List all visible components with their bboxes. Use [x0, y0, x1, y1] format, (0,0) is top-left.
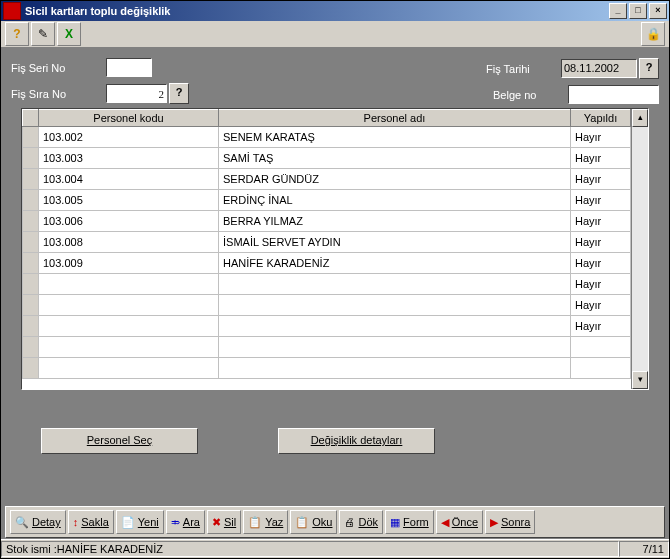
edit-icon[interactable]: ✎: [31, 22, 55, 46]
cell-code[interactable]: [39, 274, 219, 295]
cell-done[interactable]: Hayır: [571, 295, 631, 316]
col-personel-adi[interactable]: Personel adı: [219, 110, 571, 127]
form-icon: ▦: [390, 516, 400, 529]
sil-button[interactable]: ✖Sil: [207, 510, 241, 534]
cell-name[interactable]: [219, 295, 571, 316]
fis-tarihi-help-button[interactable]: ?: [639, 58, 659, 79]
minimize-button[interactable]: _: [609, 3, 627, 19]
ara-button[interactable]: ⤃Ara: [166, 510, 205, 534]
row-header: [23, 148, 39, 169]
table-row[interactable]: [23, 358, 631, 379]
cell-code[interactable]: 103.002: [39, 127, 219, 148]
cell-done[interactable]: Hayır: [571, 253, 631, 274]
bottom-toolbar: 🔍Detay ↕Sakla 📄Yeni ⤃Ara ✖Sil 📋Yaz 📋Oku …: [5, 506, 665, 538]
cell-done[interactable]: Hayır: [571, 211, 631, 232]
row-header: [23, 358, 39, 379]
row-header: [23, 295, 39, 316]
cell-name[interactable]: [219, 337, 571, 358]
delete-icon: ✖: [212, 516, 221, 529]
belge-no-input[interactable]: [568, 85, 659, 104]
cell-done[interactable]: Hayır: [571, 169, 631, 190]
cell-name[interactable]: SENEM KARATAŞ: [219, 127, 571, 148]
table-row[interactable]: 103.006BERRA YILMAZHayır: [23, 211, 631, 232]
cell-code[interactable]: [39, 295, 219, 316]
table-row[interactable]: 103.009HANİFE KARADENİZHayır: [23, 253, 631, 274]
cell-name[interactable]: SAMİ TAŞ: [219, 148, 571, 169]
detay-button[interactable]: 🔍Detay: [10, 510, 66, 534]
cell-name[interactable]: İSMAİL SERVET AYDIN: [219, 232, 571, 253]
cell-name[interactable]: [219, 316, 571, 337]
table-row[interactable]: Hayır: [23, 316, 631, 337]
cell-code[interactable]: [39, 316, 219, 337]
cell-done[interactable]: Hayır: [571, 232, 631, 253]
table-row[interactable]: 103.004SERDAR GÜNDÜZHayır: [23, 169, 631, 190]
scroll-down-button[interactable]: ▾: [632, 371, 648, 389]
lock-icon[interactable]: 🔒: [641, 22, 665, 46]
cell-code[interactable]: 103.004: [39, 169, 219, 190]
write-icon: 📋: [248, 516, 262, 529]
yeni-button[interactable]: 📄Yeni: [116, 510, 164, 534]
cell-code[interactable]: 103.009: [39, 253, 219, 274]
cell-name[interactable]: BERRA YILMAZ: [219, 211, 571, 232]
table-row[interactable]: 103.003SAMİ TAŞHayır: [23, 148, 631, 169]
data-grid[interactable]: Personel kodu Personel adı Yapıldı 103.0…: [21, 108, 649, 390]
table-row[interactable]: [23, 337, 631, 358]
fis-seri-input[interactable]: [106, 58, 152, 77]
fis-sira-help-button[interactable]: ?: [169, 83, 189, 104]
cell-done[interactable]: [571, 358, 631, 379]
row-header: [23, 127, 39, 148]
table-row[interactable]: Hayır: [23, 295, 631, 316]
yaz-button[interactable]: 📋Yaz: [243, 510, 288, 534]
cell-name[interactable]: [219, 274, 571, 295]
degisiklik-detaylari-button[interactable]: Değişiklik detayları: [278, 428, 435, 454]
status-bar: Stok ismi :HANİFE KARADENİZ 7/11: [1, 539, 669, 558]
cell-name[interactable]: HANİFE KARADENİZ: [219, 253, 571, 274]
cell-code[interactable]: 103.006: [39, 211, 219, 232]
grid-corner: [23, 110, 39, 127]
row-header: [23, 169, 39, 190]
window: Sicil kartları toplu değişiklik _ □ × ? …: [0, 0, 670, 559]
table-row[interactable]: Hayır: [23, 274, 631, 295]
cell-done[interactable]: [571, 337, 631, 358]
cell-done[interactable]: Hayır: [571, 316, 631, 337]
scroll-track[interactable]: [632, 127, 648, 371]
sakla-button[interactable]: ↕Sakla: [68, 510, 114, 534]
help-icon[interactable]: ?: [5, 22, 29, 46]
cell-name[interactable]: ERDİNÇ İNAL: [219, 190, 571, 211]
maximize-button[interactable]: □: [629, 3, 647, 19]
oku-button[interactable]: 📋Oku: [290, 510, 337, 534]
cell-code[interactable]: 103.003: [39, 148, 219, 169]
status-right: 7/11: [619, 541, 669, 557]
cell-done[interactable]: Hayır: [571, 274, 631, 295]
cell-done[interactable]: Hayır: [571, 190, 631, 211]
cell-code[interactable]: 103.005: [39, 190, 219, 211]
col-personel-kodu[interactable]: Personel kodu: [39, 110, 219, 127]
fis-sira-input[interactable]: [106, 84, 167, 103]
cell-code[interactable]: [39, 358, 219, 379]
scroll-up-button[interactable]: ▴: [632, 109, 648, 127]
cell-code[interactable]: [39, 337, 219, 358]
vertical-scrollbar[interactable]: ▴ ▾: [631, 109, 648, 389]
personel-sec-button[interactable]: Personel Seç: [41, 428, 198, 454]
save-icon: ↕: [73, 516, 79, 528]
dok-button[interactable]: 🖨Dök: [339, 510, 383, 534]
form-button[interactable]: ▦Form: [385, 510, 434, 534]
cell-name[interactable]: [219, 358, 571, 379]
cell-code[interactable]: 103.008: [39, 232, 219, 253]
zoom-icon: 🔍: [15, 516, 29, 529]
close-button[interactable]: ×: [649, 3, 667, 19]
col-yapildi[interactable]: Yapıldı: [571, 110, 631, 127]
cell-done[interactable]: Hayır: [571, 148, 631, 169]
once-button[interactable]: ◀Önce: [436, 510, 483, 534]
sonra-button[interactable]: ▶Sonra: [485, 510, 535, 534]
table-row[interactable]: 103.005ERDİNÇ İNALHayır: [23, 190, 631, 211]
table-row[interactable]: 103.002SENEM KARATAŞHayır: [23, 127, 631, 148]
cell-name[interactable]: SERDAR GÜNDÜZ: [219, 169, 571, 190]
cell-done[interactable]: Hayır: [571, 127, 631, 148]
arrow-left-icon: ◀: [441, 516, 449, 529]
fis-tarihi-label: Fiş Tarihi: [486, 63, 561, 75]
table-row[interactable]: 103.008İSMAİL SERVET AYDINHayır: [23, 232, 631, 253]
main-area: Fiş Seri No Fiş Sıra No ? Fiş Tarihi 08.…: [1, 48, 669, 558]
top-toolbar: ? ✎ X 🔒: [1, 21, 669, 48]
excel-icon[interactable]: X: [57, 22, 81, 46]
